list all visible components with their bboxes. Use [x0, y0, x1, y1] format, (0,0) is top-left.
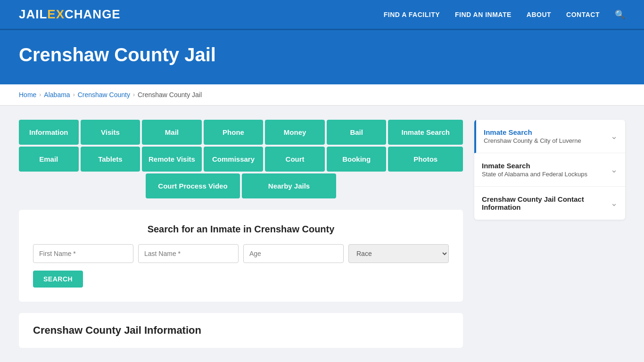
chevron-down-icon-2: ⌄ [611, 165, 618, 175]
sidebar-item-inmate-search-local[interactable]: Inmate Search Crenshaw County & City of … [474, 120, 625, 153]
navigation-grid: Information Visits Mail Phone Money Bail… [19, 120, 463, 198]
search-inputs-row: Race White Black Hispanic Asian Other [33, 244, 449, 263]
breadcrumb-current: Crenshaw County Jail [138, 91, 202, 99]
right-sidebar: Inmate Search Crenshaw County & City of … [474, 120, 625, 220]
site-logo[interactable]: JAILEXCHANGE [19, 7, 121, 22]
grid-row-1: Information Visits Mail Phone Money Bail… [19, 120, 463, 145]
info-section-title: Crenshaw County Jail Information [33, 324, 449, 337]
sidebar-item-text-1: Inmate Search Crenshaw County & City of … [484, 128, 606, 144]
main-content: Information Visits Mail Phone Money Bail… [0, 106, 644, 362]
chevron-down-icon-3: ⌄ [611, 198, 618, 208]
btn-money[interactable]: Money [265, 120, 325, 145]
breadcrumb-county[interactable]: Crenshaw County [78, 91, 130, 99]
sidebar-item-inmate-search-state[interactable]: Inmate Search State of Alabama and Feder… [474, 153, 625, 187]
sidebar-item-sub-1: Crenshaw County & City of Luverne [484, 137, 606, 144]
breadcrumb-home[interactable]: Home [19, 91, 36, 99]
breadcrumb-sep-1: › [39, 91, 41, 98]
breadcrumb-bar: Home › Alabama › Crenshaw County › Crens… [0, 84, 644, 106]
left-column: Information Visits Mail Phone Money Bail… [19, 120, 463, 348]
btn-phone[interactable]: Phone [204, 120, 264, 145]
inmate-search-form-card: Search for an Inmate in Crenshaw County … [19, 210, 463, 302]
btn-booking[interactable]: Booking [327, 147, 387, 172]
btn-bail[interactable]: Bail [327, 120, 387, 145]
btn-court[interactable]: Court [265, 147, 325, 172]
race-select[interactable]: Race White Black Hispanic Asian Other [348, 244, 449, 263]
grid-row-2: Email Tablets Remote Visits Commissary C… [19, 147, 463, 172]
info-section-card: Crenshaw County Jail Information [19, 313, 463, 348]
btn-visits[interactable]: Visits [81, 120, 140, 145]
chevron-down-icon-1: ⌄ [611, 131, 618, 141]
btn-remote-visits[interactable]: Remote Visits [142, 147, 202, 172]
first-name-input[interactable] [33, 244, 133, 263]
sidebar-item-title-1: Inmate Search [484, 128, 606, 136]
grid-row-3: Court Process Video Nearby Jails [19, 173, 463, 198]
sidebar-item-contact-info[interactable]: Crenshaw County Jail Contact Information… [474, 187, 625, 220]
header-search-button[interactable]: 🔍 [615, 9, 625, 20]
main-nav: FIND A FACILITY FIND AN INMATE ABOUT CON… [384, 9, 625, 20]
btn-photos[interactable]: Photos [388, 147, 463, 172]
btn-mail[interactable]: Mail [142, 120, 202, 145]
breadcrumb-sep-2: › [73, 91, 75, 98]
sidebar-item-text-3: Crenshaw County Jail Contact Information [482, 195, 606, 211]
sidebar-item-title-2: Inmate Search [482, 162, 606, 170]
nav-about[interactable]: ABOUT [527, 11, 551, 18]
btn-tablets[interactable]: Tablets [81, 147, 140, 172]
breadcrumb-sep-3: › [133, 91, 135, 98]
hero-banner: Crenshaw County Jail [0, 30, 644, 84]
btn-information[interactable]: Information [19, 120, 79, 145]
btn-commissary[interactable]: Commissary [204, 147, 264, 172]
btn-nearby-jails[interactable]: Nearby Jails [242, 173, 336, 198]
breadcrumb-alabama[interactable]: Alabama [44, 91, 70, 99]
search-button[interactable]: SEARCH [33, 271, 83, 288]
page-title: Crenshaw County Jail [19, 44, 625, 66]
nav-contact[interactable]: CONTACT [566, 11, 600, 18]
nav-find-inmate[interactable]: FIND AN INMATE [455, 11, 512, 18]
sidebar-item-sub-2: State of Alabama and Federal Lockups [482, 171, 606, 178]
sidebar-item-text-2: Inmate Search State of Alabama and Feder… [482, 162, 606, 178]
sidebar-item-title-3: Crenshaw County Jail Contact Information [482, 195, 606, 211]
btn-court-process-video[interactable]: Court Process Video [146, 173, 240, 198]
age-input[interactable] [243, 244, 344, 263]
search-form-title: Search for an Inmate in Crenshaw County [33, 224, 449, 235]
logo-text: JAILEXCHANGE [19, 7, 121, 21]
btn-inmate-search[interactable]: Inmate Search [388, 120, 463, 145]
btn-email[interactable]: Email [19, 147, 79, 172]
breadcrumb: Home › Alabama › Crenshaw County › Crens… [19, 91, 625, 99]
sidebar-links-card: Inmate Search Crenshaw County & City of … [474, 120, 625, 220]
nav-find-facility[interactable]: FIND A FACILITY [384, 11, 440, 18]
last-name-input[interactable] [138, 244, 239, 263]
